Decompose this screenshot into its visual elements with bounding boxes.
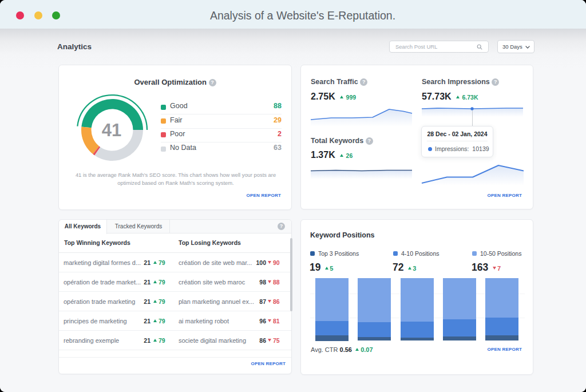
svg-text:41: 41 [102, 120, 121, 140]
